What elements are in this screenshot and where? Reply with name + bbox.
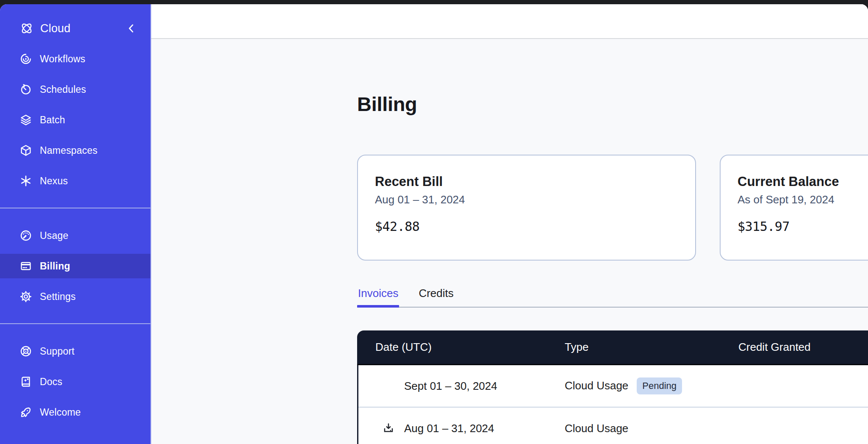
date-cell: Sept 01 – 30, 2024 (358, 380, 565, 393)
brand-label: Cloud (40, 22, 71, 35)
billing-page: Billing Recent Bill Aug 01 – 31, 2024 $4… (151, 92, 868, 444)
top-bar (151, 4, 868, 39)
sidebar-item-label: Welcome (40, 407, 81, 418)
table-row[interactable]: Aug 01 – 31, 2024 Cloud Usage (358, 408, 868, 444)
download-icon-placeholder (382, 380, 395, 392)
card-title: Current Balance (738, 174, 868, 189)
invoice-type: Cloud Usage (565, 379, 628, 392)
column-header-credit-granted: Credit Granted (738, 341, 868, 354)
table-body: Sept 01 – 30, 2024 Cloud Usage Pending (357, 365, 868, 444)
invoice-date: Sept 01 – 30, 2024 (404, 380, 497, 393)
page-title: Billing (357, 92, 868, 116)
sidebar-item-label: Workflows (40, 53, 85, 65)
batch-layers-icon (19, 114, 32, 126)
usage-gauge-icon (19, 229, 32, 242)
tab-credits[interactable]: Credits (418, 287, 454, 307)
sidebar-divider (0, 323, 150, 324)
sidebar-item-workflows[interactable]: Workflows (0, 47, 150, 71)
billing-card-icon (19, 260, 32, 272)
card-amount: $315.97 (738, 219, 868, 234)
sidebar-item-label: Settings (40, 291, 76, 302)
sidebar-item-label: Namespaces (40, 145, 97, 156)
invoices-table: Date (UTC) Type Credit Granted Sept 01 –… (357, 330, 868, 444)
sidebar-item-billing[interactable]: Billing (0, 254, 150, 278)
type-cell: Cloud Usage Pending (565, 377, 738, 394)
current-balance-card: Current Balance As of Sept 19, 2024 $315… (720, 155, 868, 261)
sidebar-item-welcome[interactable]: Welcome (0, 400, 150, 425)
billing-tabs: Invoices Credits (357, 287, 868, 308)
status-badge: Pending (637, 377, 682, 394)
chevron-left-icon[interactable] (125, 22, 138, 35)
type-cell: Cloud Usage (565, 422, 738, 435)
schedules-timer-icon (19, 83, 32, 96)
welcome-rocket-icon (19, 406, 32, 419)
sidebar-item-label: Batch (40, 114, 65, 126)
sidebar-item-nexus[interactable]: Nexus (0, 169, 150, 193)
settings-gear-icon (19, 290, 32, 303)
sidebar-divider (0, 208, 150, 208)
sidebar-brand-row: Cloud (0, 16, 150, 41)
namespaces-cube-icon (19, 144, 32, 157)
workflows-spiral-icon (19, 53, 32, 65)
sidebar-item-label: Schedules (40, 84, 86, 95)
temporal-logo-icon (19, 20, 35, 36)
sidebar-item-label: Docs (40, 376, 62, 388)
card-amount: $42.88 (375, 219, 678, 234)
column-header-date: Date (UTC) (357, 341, 565, 354)
sidebar: Cloud Workflows Schedules (0, 4, 151, 444)
table-header: Date (UTC) Type Credit Granted (357, 330, 868, 365)
recent-bill-card: Recent Bill Aug 01 – 31, 2024 $42.88 (357, 155, 696, 261)
download-invoice-icon[interactable] (382, 422, 395, 435)
card-title: Recent Bill (375, 174, 678, 189)
sidebar-item-docs[interactable]: Docs (0, 369, 150, 394)
sidebar-item-label: Usage (40, 230, 68, 241)
card-subtitle: As of Sept 19, 2024 (738, 193, 868, 206)
main-area: Billing Recent Bill Aug 01 – 31, 2024 $4… (151, 4, 868, 444)
sidebar-item-label: Billing (40, 261, 70, 272)
sidebar-item-schedules[interactable]: Schedules (0, 77, 150, 102)
sidebar-item-namespaces[interactable]: Namespaces (0, 138, 150, 163)
sidebar-item-label: Nexus (40, 175, 68, 187)
support-lifebuoy-icon (19, 345, 32, 358)
tab-invoices[interactable]: Invoices (357, 287, 399, 307)
column-header-type: Type (565, 341, 738, 354)
sidebar-item-support[interactable]: Support (0, 339, 150, 364)
summary-cards: Recent Bill Aug 01 – 31, 2024 $42.88 Cur… (357, 155, 868, 261)
invoice-type: Cloud Usage (565, 422, 628, 435)
date-cell: Aug 01 – 31, 2024 (358, 422, 565, 435)
table-row[interactable]: Sept 01 – 30, 2024 Cloud Usage Pending (358, 365, 868, 408)
nexus-asterisk-icon (19, 175, 32, 187)
invoice-date: Aug 01 – 31, 2024 (404, 422, 494, 435)
sidebar-item-settings[interactable]: Settings (0, 284, 150, 309)
card-subtitle: Aug 01 – 31, 2024 (375, 193, 678, 206)
sidebar-item-usage[interactable]: Usage (0, 223, 150, 248)
sidebar-item-label: Support (40, 346, 75, 357)
app-window: Cloud Workflows Schedules (0, 4, 868, 444)
sidebar-item-batch[interactable]: Batch (0, 108, 150, 132)
docs-book-icon (19, 375, 32, 388)
